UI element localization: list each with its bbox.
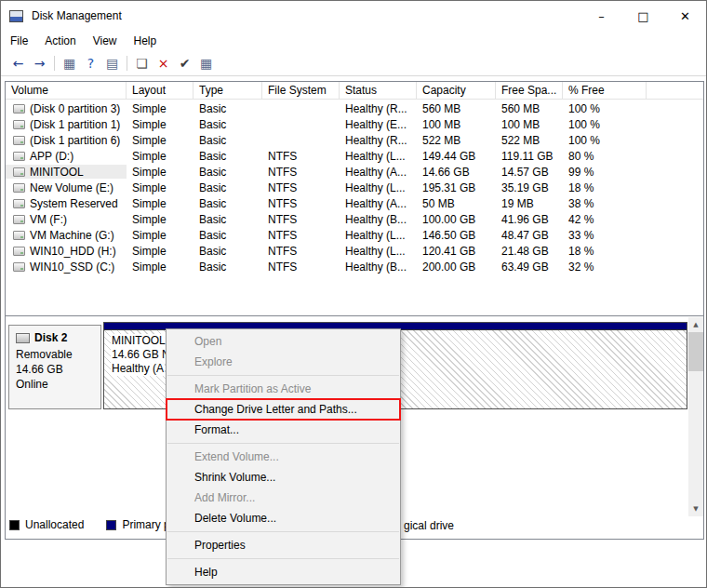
volume-name: VM Machine (G:) xyxy=(30,229,114,242)
legend-fragment-logical-drive: gical drive xyxy=(404,519,454,532)
volume-row[interactable]: VM (F:)SimpleBasicNTFSHealthy (B...100.0… xyxy=(6,211,703,227)
volume-name: WIN10_SSD (C:) xyxy=(30,261,114,274)
volume-row[interactable]: (Disk 1 partition 1)SimpleBasicHealthy (… xyxy=(6,116,703,132)
cell-type: Basic xyxy=(193,229,262,242)
cell-capacity: 560 MB xyxy=(417,102,496,115)
column-header-free[interactable]: % Free xyxy=(563,82,647,99)
cell-free: 48.47 GB xyxy=(496,229,563,242)
volume-row[interactable]: VM Machine (G:)SimpleBasicNTFSHealthy (L… xyxy=(6,227,703,243)
check-disk-icon[interactable]: ✔ xyxy=(174,53,195,74)
back-arrow-icon[interactable]: ← xyxy=(7,53,29,74)
volume-row[interactable]: New Volume (E:)SimpleBasicNTFSHealthy (L… xyxy=(6,180,703,195)
volume-row[interactable]: (Disk 0 partition 3)SimpleBasicHealthy (… xyxy=(6,100,703,116)
cell-layout: Simple xyxy=(127,261,193,274)
column-header-layout[interactable]: Layout xyxy=(127,82,193,99)
vertical-scrollbar[interactable]: ▲ ▼ xyxy=(688,317,703,516)
disk-kind: Removable xyxy=(16,347,100,362)
layout-icon[interactable]: ▦ xyxy=(195,53,217,74)
drive-icon xyxy=(13,199,25,208)
context-menu-item-shrink-volume[interactable]: Shrink Volume... xyxy=(167,467,400,488)
cell-fs: NTFS xyxy=(262,245,340,258)
volume-cell: (Disk 0 partition 3) xyxy=(6,101,127,115)
volume-row[interactable]: WIN10_SSD (C:)SimpleBasicNTFSHealthy (B.… xyxy=(6,259,703,274)
drive-icon xyxy=(13,231,25,240)
drive-icon xyxy=(13,262,25,272)
context-menu-item-change-drive-letter-and-paths[interactable]: Change Drive Letter and Paths... xyxy=(167,399,400,420)
action-menu-icon[interactable]: ❏ xyxy=(131,53,153,74)
cell-fs: NTFS xyxy=(262,229,340,242)
volume-cell: VM (F:) xyxy=(6,212,127,226)
toolbar-separator xyxy=(127,56,127,71)
cell-pct: 18 % xyxy=(563,181,647,194)
menubar: FileActionViewHelp xyxy=(1,31,706,51)
cell-pct: 100 % xyxy=(563,134,647,147)
volume-name: (Disk 1 partition 1) xyxy=(30,118,120,131)
context-menu-item-format[interactable]: Format... xyxy=(167,420,400,440)
console-tree-icon[interactable]: ▦ xyxy=(59,53,80,74)
delete-icon[interactable]: × xyxy=(153,53,174,74)
cell-type: Basic xyxy=(193,197,262,210)
properties-panel-icon[interactable]: ▤ xyxy=(101,53,123,74)
cell-status: Healthy (L... xyxy=(340,229,417,242)
menu-file[interactable]: File xyxy=(2,32,36,50)
context-menu-item-properties[interactable]: Properties xyxy=(167,535,400,555)
help-icon[interactable]: ? xyxy=(80,53,101,74)
drive-icon xyxy=(13,120,25,129)
maximize-button[interactable]: □ xyxy=(622,1,664,31)
volume-row[interactable]: System ReservedSimpleBasicNTFSHealthy (A… xyxy=(6,195,703,211)
scroll-up-icon[interactable]: ▲ xyxy=(688,317,703,332)
cell-free: 41.96 GB xyxy=(496,213,563,226)
volume-row[interactable]: APP (D:)SimpleBasicNTFSHealthy (L...149.… xyxy=(6,148,703,164)
volume-name: APP (D:) xyxy=(30,150,73,163)
cell-free: 100 MB xyxy=(496,118,563,131)
legend-label: Unallocated xyxy=(25,518,84,531)
cell-type: Basic xyxy=(193,166,262,179)
legend-item-unallocated: Unallocated xyxy=(9,518,84,531)
cell-status: Healthy (L... xyxy=(340,181,417,194)
cell-pct: 100 % xyxy=(563,102,647,115)
cell-fs: NTFS xyxy=(262,197,340,210)
cell-free: 21.48 GB xyxy=(496,245,563,258)
context-menu-item-add-mirror: Add Mirror... xyxy=(167,488,400,508)
volume-name: (Disk 1 partition 6) xyxy=(30,134,120,147)
column-header-capacity[interactable]: Capacity xyxy=(417,82,496,99)
volume-name: (Disk 0 partition 3) xyxy=(30,102,120,115)
cell-status: Healthy (E... xyxy=(340,118,417,131)
volume-name: VM (F:) xyxy=(30,213,67,226)
cell-capacity: 100 MB xyxy=(417,118,496,131)
menu-view[interactable]: View xyxy=(85,32,126,50)
column-header-free-spa[interactable]: Free Spa... xyxy=(496,82,563,99)
cell-free: 63.49 GB xyxy=(496,261,563,274)
cell-capacity: 146.50 GB xyxy=(417,229,496,242)
cell-layout: Simple xyxy=(127,166,193,179)
volume-name: New Volume (E:) xyxy=(30,181,113,194)
disk-management-window: Disk Management – □ ✕ FileActionViewHelp… xyxy=(0,0,707,588)
cell-capacity: 200.00 GB xyxy=(417,261,496,274)
cell-pct: 100 % xyxy=(563,118,647,131)
volume-cell: VM Machine (G:) xyxy=(6,228,127,242)
context-menu-item-help[interactable]: Help xyxy=(167,562,400,582)
menu-action[interactable]: Action xyxy=(36,32,84,50)
column-header-type[interactable]: Type xyxy=(193,82,262,99)
disk-title: Disk 2 xyxy=(16,330,100,345)
minimize-button[interactable]: – xyxy=(580,1,622,31)
disk-management-app-icon xyxy=(9,10,23,22)
scrollbar-thumb[interactable] xyxy=(688,332,703,371)
disk-2-info-box[interactable]: Disk 2 Removable 14.66 GB Online xyxy=(8,325,101,409)
volume-row[interactable]: (Disk 1 partition 6)SimpleBasicHealthy (… xyxy=(6,132,703,148)
volume-row[interactable]: MINITOOLSimpleBasicNTFSHealthy (A...14.6… xyxy=(6,164,703,180)
close-button[interactable]: ✕ xyxy=(664,1,706,31)
cell-type: Basic xyxy=(193,181,262,194)
column-header-volume[interactable]: Volume xyxy=(6,82,127,99)
menu-help[interactable]: Help xyxy=(126,32,166,50)
cell-free: 560 MB xyxy=(496,102,563,115)
volume-row[interactable]: WIN10_HDD (H:)SimpleBasicNTFSHealthy (L.… xyxy=(6,243,703,259)
forward-arrow-icon[interactable]: → xyxy=(29,53,50,74)
drive-icon xyxy=(13,183,25,193)
column-header-status[interactable]: Status xyxy=(340,82,417,99)
disk-status: Online xyxy=(16,377,100,392)
scroll-down-icon[interactable]: ▼ xyxy=(688,501,703,516)
cell-status: Healthy (R... xyxy=(340,102,417,115)
column-header-file-system[interactable]: File System xyxy=(262,82,340,99)
context-menu-item-delete-volume[interactable]: Delete Volume... xyxy=(167,508,400,528)
